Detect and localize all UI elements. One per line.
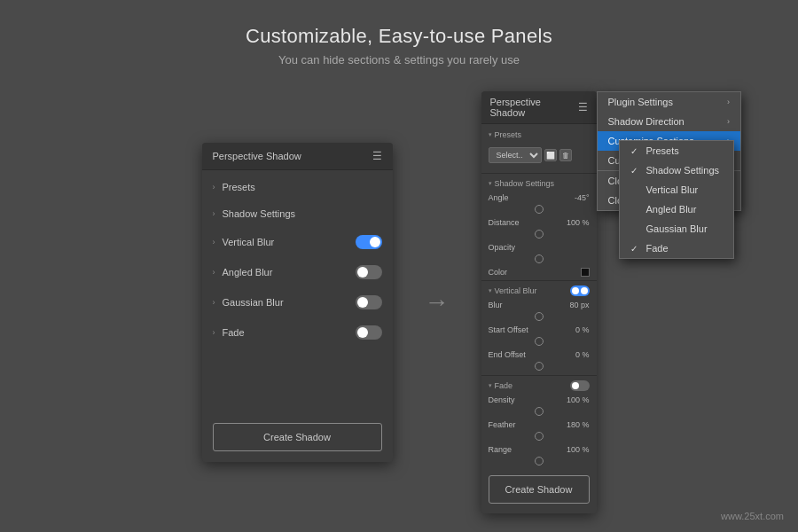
create-shadow-button[interactable]: Create Shadow (213, 423, 382, 451)
angled-blur-label: Angled Blur (223, 267, 350, 278)
right-panel-header: Perspective Shadow ☰ (481, 91, 597, 124)
chevron-right-icon: › (727, 98, 730, 106)
page-title: Customizable, Easy-to-use Panels (0, 25, 798, 48)
right-panel-body: ▾ Presets Select... ⬜ 🗑 ▾ Sh (481, 124, 597, 513)
presets-select[interactable]: Select... (489, 147, 542, 163)
divider (481, 173, 597, 174)
chevron-icon: › (213, 183, 215, 192)
presets-label: Presets (223, 182, 382, 192)
start-offset-slider[interactable] (481, 336, 597, 348)
density-slider[interactable] (481, 406, 597, 419)
opacity-row: Opacity (481, 241, 597, 254)
distance-slider[interactable] (481, 229, 597, 241)
fade-toggle[interactable] (356, 325, 382, 340)
panel-row-shadow-settings[interactable]: › Shadow Settings (202, 200, 393, 227)
panel-row-gaussian-blur[interactable]: › Gaussian Blur (202, 287, 393, 317)
chevron-right-icon: › (727, 117, 730, 126)
right-create-shadow-button[interactable]: Create Shadow (489, 475, 590, 504)
range-slider[interactable] (481, 456, 597, 468)
panel-row-fade[interactable]: › Fade (202, 317, 393, 348)
color-row: Color (481, 266, 597, 278)
density-row: Density 100 % (481, 394, 597, 406)
sm-presets[interactable]: ✓ Presets (620, 141, 733, 160)
vertical-blur-label: Vertical Blur (223, 237, 350, 247)
start-offset-row: Start Offset 0 % (481, 324, 597, 336)
chevron-icon: › (213, 298, 215, 307)
delete-preset-button[interactable]: 🗑 (559, 149, 572, 161)
left-panel-title: Perspective Shadow (213, 151, 301, 161)
chevron-icon: › (213, 268, 215, 277)
chevron-icon: › (213, 328, 215, 337)
cm-plugin-settings[interactable]: Plugin Settings › (598, 92, 741, 112)
left-panel-header: Perspective Shadow ☰ (202, 143, 393, 170)
fade-label: Fade (223, 327, 350, 338)
watermark: www.25xt.com (721, 511, 784, 521)
presets-section: ▾ Presets (481, 127, 597, 143)
presets-controls: Select... ⬜ 🗑 (481, 143, 597, 171)
sm-gaussian-blur[interactable]: ✓ Gaussian Blur (620, 219, 733, 239)
opacity-slider[interactable] (481, 254, 597, 266)
content-area: Perspective Shadow ☰ › Presets › Shadow … (0, 82, 798, 522)
right-panel-footer: Create Shadow (481, 468, 597, 511)
angle-slider[interactable] (481, 204, 597, 216)
range-row: Range 100 % (481, 443, 597, 456)
panel-row-vertical-blur[interactable]: › Vertical Blur (202, 227, 393, 257)
right-panel-title: Perspective Shadow (490, 97, 578, 118)
right-panel-menu-icon[interactable]: ☰ (578, 101, 588, 113)
gaussian-blur-label: Gaussian Blur (223, 297, 350, 308)
end-offset-row: End Offset 0 % (481, 348, 597, 361)
distance-row: Distance 100 % (481, 216, 597, 229)
left-panel-footer: Create Shadow (202, 414, 393, 462)
vertical-blur-toggle[interactable] (356, 235, 382, 249)
sm-shadow-settings[interactable]: ✓ Shadow Settings (620, 160, 733, 180)
fade-mini-toggle[interactable] (570, 380, 590, 391)
sm-vertical-blur[interactable]: ✓ Vertical Blur (620, 180, 733, 200)
color-swatch[interactable] (581, 268, 590, 277)
vertical-blur-section-header: ▾ Vertical Blur (481, 283, 597, 299)
cm-shadow-direction[interactable]: Shadow Direction › (598, 112, 741, 131)
panel-row-presets[interactable]: › Presets (202, 174, 393, 200)
blur-slider[interactable] (481, 311, 597, 324)
blur-row: Blur 80 px (481, 299, 597, 311)
right-section: Perspective Shadow ☰ ▾ Presets Select...… (481, 91, 597, 513)
arrow-icon: → (425, 288, 450, 317)
sm-angled-blur[interactable]: ✓ Angled Blur (620, 200, 733, 219)
shadow-settings-label: Shadow Settings (223, 208, 382, 219)
sub-menu: ✓ Presets ✓ Shadow Settings ✓ Vertical B… (619, 140, 734, 259)
panel-menu-icon[interactable]: ☰ (372, 150, 382, 162)
fade-section-header: ▾ Fade (481, 378, 597, 394)
angle-row: Angle -45° (481, 192, 597, 204)
gaussian-blur-toggle[interactable] (356, 295, 382, 309)
angled-blur-toggle[interactable] (356, 265, 382, 279)
save-preset-button[interactable]: ⬜ (544, 149, 557, 161)
end-offset-slider[interactable] (481, 361, 597, 373)
sm-fade[interactable]: ✓ Fade (620, 239, 733, 258)
feather-row: Feather 180 % (481, 419, 597, 431)
divider3 (481, 375, 597, 376)
page-subtitle: You can hide sections & settings you rar… (0, 53, 798, 66)
chevron-icon: › (213, 209, 215, 218)
panel-row-angled-blur[interactable]: › Angled Blur (202, 257, 393, 287)
arrow-container: → (419, 288, 455, 317)
page-header: Customizable, Easy-to-use Panels You can… (0, 0, 798, 82)
fade-section-label: ▾ Fade (489, 381, 513, 390)
chevron-icon: › (213, 238, 215, 246)
vertical-blur-mini-toggle[interactable] (570, 286, 590, 296)
feather-slider[interactable] (481, 431, 597, 443)
vertical-blur-label: ▾ Vertical Blur (489, 286, 537, 295)
right-panel: Perspective Shadow ☰ ▾ Presets Select...… (481, 91, 597, 513)
presets-row: Select... ⬜ 🗑 (489, 147, 590, 163)
left-panel: Perspective Shadow ☰ › Presets › Shadow … (202, 143, 393, 462)
left-panel-body: › Presets › Shadow Settings › Vertical B… (202, 170, 393, 414)
divider2 (481, 280, 597, 281)
shadow-settings-section: ▾ Shadow Settings (481, 176, 597, 192)
